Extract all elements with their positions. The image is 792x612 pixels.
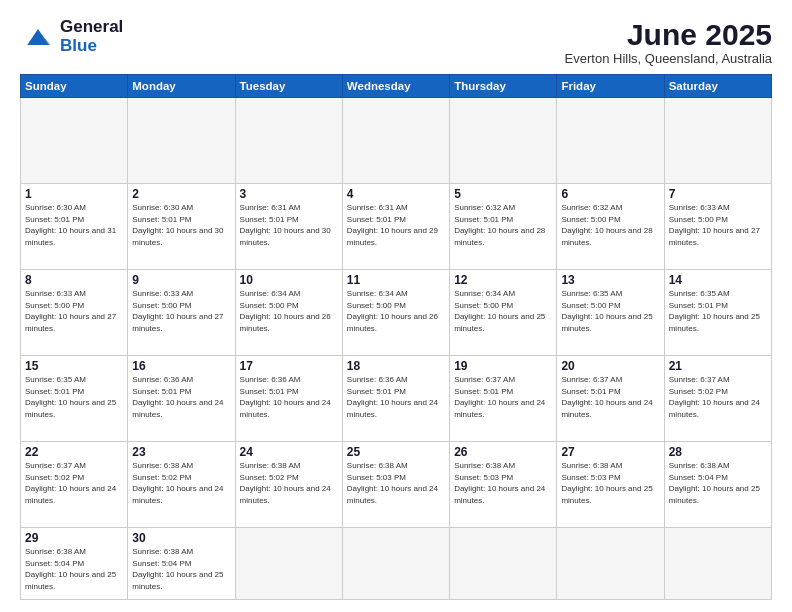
day-number: 23 [132, 445, 230, 459]
calendar-week-row: 22Sunrise: 6:37 AMSunset: 5:02 PMDayligh… [21, 442, 772, 528]
day-info: Sunrise: 6:33 AMSunset: 5:00 PMDaylight:… [669, 202, 767, 248]
logo-blue: Blue [60, 37, 123, 56]
table-row: 22Sunrise: 6:37 AMSunset: 5:02 PMDayligh… [21, 442, 128, 528]
day-info: Sunrise: 6:30 AMSunset: 5:01 PMDaylight:… [132, 202, 230, 248]
day-number: 7 [669, 187, 767, 201]
day-number: 29 [25, 531, 123, 545]
table-row: 2Sunrise: 6:30 AMSunset: 5:01 PMDaylight… [128, 184, 235, 270]
day-number: 1 [25, 187, 123, 201]
header: General Blue June 2025 Everton Hills, Qu… [20, 18, 772, 66]
day-number: 6 [561, 187, 659, 201]
day-number: 3 [240, 187, 338, 201]
table-row: 6Sunrise: 6:32 AMSunset: 5:00 PMDaylight… [557, 184, 664, 270]
day-number: 26 [454, 445, 552, 459]
subtitle: Everton Hills, Queensland, Australia [565, 51, 772, 66]
table-row: 11Sunrise: 6:34 AMSunset: 5:00 PMDayligh… [342, 270, 449, 356]
day-number: 30 [132, 531, 230, 545]
table-row: 18Sunrise: 6:36 AMSunset: 5:01 PMDayligh… [342, 356, 449, 442]
calendar-table: Sunday Monday Tuesday Wednesday Thursday… [20, 74, 772, 600]
day-number: 22 [25, 445, 123, 459]
day-info: Sunrise: 6:35 AMSunset: 5:01 PMDaylight:… [669, 288, 767, 334]
table-row: 5Sunrise: 6:32 AMSunset: 5:01 PMDaylight… [450, 184, 557, 270]
day-number: 25 [347, 445, 445, 459]
calendar-week-row: 29Sunrise: 6:38 AMSunset: 5:04 PMDayligh… [21, 528, 772, 600]
day-number: 27 [561, 445, 659, 459]
day-info: Sunrise: 6:34 AMSunset: 5:00 PMDaylight:… [454, 288, 552, 334]
day-info: Sunrise: 6:35 AMSunset: 5:00 PMDaylight:… [561, 288, 659, 334]
table-row: 17Sunrise: 6:36 AMSunset: 5:01 PMDayligh… [235, 356, 342, 442]
table-row [664, 98, 771, 184]
table-row: 9Sunrise: 6:33 AMSunset: 5:00 PMDaylight… [128, 270, 235, 356]
table-row: 30Sunrise: 6:38 AMSunset: 5:04 PMDayligh… [128, 528, 235, 600]
day-info: Sunrise: 6:37 AMSunset: 5:02 PMDaylight:… [669, 374, 767, 420]
header-tuesday: Tuesday [235, 75, 342, 98]
day-number: 20 [561, 359, 659, 373]
table-row: 15Sunrise: 6:35 AMSunset: 5:01 PMDayligh… [21, 356, 128, 442]
table-row: 19Sunrise: 6:37 AMSunset: 5:01 PMDayligh… [450, 356, 557, 442]
day-info: Sunrise: 6:33 AMSunset: 5:00 PMDaylight:… [132, 288, 230, 334]
table-row [235, 528, 342, 600]
day-info: Sunrise: 6:38 AMSunset: 5:02 PMDaylight:… [132, 460, 230, 506]
day-info: Sunrise: 6:35 AMSunset: 5:01 PMDaylight:… [25, 374, 123, 420]
table-row: 4Sunrise: 6:31 AMSunset: 5:01 PMDaylight… [342, 184, 449, 270]
table-row: 12Sunrise: 6:34 AMSunset: 5:00 PMDayligh… [450, 270, 557, 356]
header-thursday: Thursday [450, 75, 557, 98]
table-row [557, 98, 664, 184]
day-info: Sunrise: 6:36 AMSunset: 5:01 PMDaylight:… [347, 374, 445, 420]
table-row: 28Sunrise: 6:38 AMSunset: 5:04 PMDayligh… [664, 442, 771, 528]
day-info: Sunrise: 6:32 AMSunset: 5:00 PMDaylight:… [561, 202, 659, 248]
day-info: Sunrise: 6:32 AMSunset: 5:01 PMDaylight:… [454, 202, 552, 248]
day-number: 18 [347, 359, 445, 373]
header-monday: Monday [128, 75, 235, 98]
day-info: Sunrise: 6:38 AMSunset: 5:04 PMDaylight:… [669, 460, 767, 506]
table-row: 1Sunrise: 6:30 AMSunset: 5:01 PMDaylight… [21, 184, 128, 270]
table-row: 16Sunrise: 6:36 AMSunset: 5:01 PMDayligh… [128, 356, 235, 442]
day-number: 14 [669, 273, 767, 287]
table-row: 3Sunrise: 6:31 AMSunset: 5:01 PMDaylight… [235, 184, 342, 270]
day-number: 2 [132, 187, 230, 201]
table-row: 23Sunrise: 6:38 AMSunset: 5:02 PMDayligh… [128, 442, 235, 528]
table-row [128, 98, 235, 184]
day-number: 19 [454, 359, 552, 373]
table-row: 7Sunrise: 6:33 AMSunset: 5:00 PMDaylight… [664, 184, 771, 270]
day-number: 21 [669, 359, 767, 373]
table-row: 24Sunrise: 6:38 AMSunset: 5:02 PMDayligh… [235, 442, 342, 528]
day-info: Sunrise: 6:34 AMSunset: 5:00 PMDaylight:… [240, 288, 338, 334]
table-row: 21Sunrise: 6:37 AMSunset: 5:02 PMDayligh… [664, 356, 771, 442]
day-number: 4 [347, 187, 445, 201]
table-row: 26Sunrise: 6:38 AMSunset: 5:03 PMDayligh… [450, 442, 557, 528]
day-info: Sunrise: 6:36 AMSunset: 5:01 PMDaylight:… [240, 374, 338, 420]
table-row: 20Sunrise: 6:37 AMSunset: 5:01 PMDayligh… [557, 356, 664, 442]
day-info: Sunrise: 6:37 AMSunset: 5:01 PMDaylight:… [454, 374, 552, 420]
day-info: Sunrise: 6:37 AMSunset: 5:01 PMDaylight:… [561, 374, 659, 420]
day-info: Sunrise: 6:38 AMSunset: 5:04 PMDaylight:… [25, 546, 123, 592]
day-number: 17 [240, 359, 338, 373]
calendar-week-row [21, 98, 772, 184]
day-number: 10 [240, 273, 338, 287]
table-row [235, 98, 342, 184]
calendar-week-row: 15Sunrise: 6:35 AMSunset: 5:01 PMDayligh… [21, 356, 772, 442]
day-info: Sunrise: 6:38 AMSunset: 5:03 PMDaylight:… [561, 460, 659, 506]
day-number: 12 [454, 273, 552, 287]
table-row [664, 528, 771, 600]
header-sunday: Sunday [21, 75, 128, 98]
table-row [557, 528, 664, 600]
day-info: Sunrise: 6:38 AMSunset: 5:04 PMDaylight:… [132, 546, 230, 592]
day-number: 15 [25, 359, 123, 373]
day-info: Sunrise: 6:33 AMSunset: 5:00 PMDaylight:… [25, 288, 123, 334]
month-title: June 2025 [565, 18, 772, 51]
day-number: 5 [454, 187, 552, 201]
table-row: 25Sunrise: 6:38 AMSunset: 5:03 PMDayligh… [342, 442, 449, 528]
day-number: 16 [132, 359, 230, 373]
table-row [450, 528, 557, 600]
day-info: Sunrise: 6:34 AMSunset: 5:00 PMDaylight:… [347, 288, 445, 334]
day-info: Sunrise: 6:38 AMSunset: 5:03 PMDaylight:… [454, 460, 552, 506]
table-row: 14Sunrise: 6:35 AMSunset: 5:01 PMDayligh… [664, 270, 771, 356]
day-info: Sunrise: 6:38 AMSunset: 5:02 PMDaylight:… [240, 460, 338, 506]
header-wednesday: Wednesday [342, 75, 449, 98]
calendar-week-row: 8Sunrise: 6:33 AMSunset: 5:00 PMDaylight… [21, 270, 772, 356]
day-info: Sunrise: 6:37 AMSunset: 5:02 PMDaylight:… [25, 460, 123, 506]
header-saturday: Saturday [664, 75, 771, 98]
day-number: 8 [25, 273, 123, 287]
table-row: 27Sunrise: 6:38 AMSunset: 5:03 PMDayligh… [557, 442, 664, 528]
